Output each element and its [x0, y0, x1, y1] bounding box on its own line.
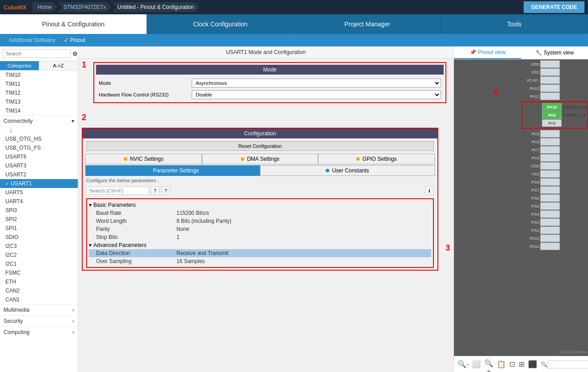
pin-pa12: PA12	[521, 92, 588, 100]
list-item-usb-otg-hs[interactable]: USB_OTG_HS	[0, 134, 78, 143]
chevron-right-icon-computing: ›	[72, 329, 74, 335]
tab-dma-settings[interactable]: DMA Settings	[202, 154, 319, 164]
list-item-i2c1[interactable]: I2C1	[0, 259, 78, 268]
advanced-params-label: Advanced Parameters	[93, 242, 147, 248]
reset-configuration-button[interactable]: Reset Configuration	[86, 141, 434, 151]
pin-pg5: PG5	[521, 202, 588, 210]
tab-project-manager[interactable]: Project Manager	[294, 14, 441, 34]
param-search-row: ? ? ℹ	[83, 185, 437, 196]
sidebar-tab-categories[interactable]: Categories	[0, 61, 39, 70]
list-item-tim14[interactable]: TIM14	[0, 106, 78, 115]
list-item-uart5[interactable]: UART5	[0, 188, 78, 197]
breadcrumb: Home STM32F407ZETx Untitled - Pinout & C…	[32, 2, 200, 12]
annotation-1: 1	[78, 59, 90, 71]
list-item-usart2[interactable]: USART2	[0, 170, 78, 179]
zoom-in-button[interactable]: 🔍+	[484, 359, 493, 370]
pin-pg7: PG7	[521, 186, 588, 194]
param-search-input[interactable]	[86, 187, 149, 195]
tab-clock-configuration[interactable]: Clock Configuration	[147, 14, 294, 34]
list-item-can1[interactable]: CAN1	[0, 295, 78, 304]
main-nav: Pinout & Configuration Clock Configurati…	[0, 14, 588, 34]
list-item-usb-otg-fs[interactable]: USB_OTG_FS	[0, 143, 78, 152]
toolbar-search-input[interactable]	[547, 360, 588, 368]
pin-pc9: PC9	[521, 130, 588, 138]
list-item-tim11[interactable]: TIM11	[0, 79, 78, 88]
breadcrumb-device[interactable]: STM32F407ZETx	[58, 2, 111, 12]
panel-title: USART1 Mode and Configuration	[78, 46, 454, 59]
pin-vss-2: VSS	[521, 170, 588, 178]
sidebar-section-multimedia[interactable]: Multimedia ›	[0, 304, 78, 315]
advanced-params-header[interactable]: ▾ Advanced Parameters	[89, 241, 431, 249]
pin-vdd-1: VDD	[521, 60, 588, 68]
pin-pg3: PG3	[521, 218, 588, 226]
tab-system-view[interactable]: 🔧 System view	[521, 46, 588, 59]
param-parity: Parity None	[89, 225, 431, 233]
copy-button[interactable]: 📋	[497, 359, 506, 370]
sub-nav: Additional Software ✓ Pinout	[0, 34, 588, 46]
list-item-usart6[interactable]: USART6	[0, 152, 78, 161]
sub-nav-pinout[interactable]: ✓ Pinout	[64, 37, 85, 43]
chevron-right-icon: ›	[72, 307, 74, 313]
list-item-spi1[interactable]: SPI1	[0, 224, 78, 233]
tab-pinout-view[interactable]: 📌 Pinout view	[454, 46, 521, 59]
list-item-usart3[interactable]: USART3	[0, 161, 78, 170]
frame-button[interactable]: ⬜	[472, 359, 481, 370]
list-item-tim12[interactable]: TIM12	[0, 88, 78, 97]
collapse-icon-basic: ▾	[89, 202, 92, 208]
mode-section: Mode Mode Asynchronous Hardware Flow Con…	[93, 62, 446, 103]
export-button[interactable]: ⬛	[528, 359, 537, 370]
list-item-i2c3[interactable]: I2C3	[0, 242, 78, 251]
list-item-spi3[interactable]: SPI3	[0, 206, 78, 215]
pin-pg8: PG8	[521, 178, 588, 186]
help-icon-btn[interactable]: ℹ	[425, 186, 434, 195]
top-bar: CubeMX Home STM32F407ZETx Untitled - Pin…	[0, 0, 588, 14]
list-item-tim10[interactable]: TIM10	[0, 71, 78, 79]
list-item-usart1[interactable]: ✓ USART1	[0, 179, 78, 188]
chevron-right-icon-security: ›	[72, 318, 74, 324]
annotation-3: 3	[442, 242, 454, 255]
tab-user-constants[interactable]: User Constants	[260, 165, 435, 176]
param-over-sampling: Over Sampling 16 Samples	[89, 257, 431, 265]
mode-select[interactable]: Asynchronous	[192, 79, 441, 88]
sidebar-tabs: Categories A->Z	[0, 61, 78, 71]
connectivity-label: Connectivity	[4, 118, 33, 124]
sub-nav-additional-software[interactable]: Additional Software	[9, 37, 55, 43]
fit-button[interactable]: ⊡	[509, 359, 515, 370]
list-item-uart4[interactable]: UART4	[0, 197, 78, 206]
list-item-can2[interactable]: CAN2	[0, 286, 78, 295]
tab-gpio-settings[interactable]: GPIO Settings	[318, 154, 435, 164]
pin-pg6: PG6	[521, 194, 588, 202]
sidebar-section-security[interactable]: Security ›	[0, 315, 78, 326]
tab-tools[interactable]: Tools	[441, 14, 588, 34]
param-data-direction[interactable]: Data Direction Receive and Transmit	[89, 249, 431, 257]
info-icon-btn2[interactable]: ?	[161, 186, 170, 195]
sidebar-tab-atoz[interactable]: A->Z	[39, 61, 78, 70]
sidebar-section-connectivity[interactable]: Connectivity ▾	[0, 115, 78, 126]
info-icon-btn1[interactable]: ?	[151, 186, 160, 195]
basic-params-header[interactable]: ▾ Basic Parameters	[89, 201, 431, 209]
list-item-spi2[interactable]: SPI2	[0, 215, 78, 224]
grid-button[interactable]: ⊞	[519, 359, 525, 370]
gear-icon[interactable]: ⚙	[72, 50, 78, 57]
tab-pinout-configuration[interactable]: Pinout & Configuration	[0, 14, 147, 34]
pin-pa13: PA13	[521, 84, 588, 92]
check-icon: ✓	[5, 181, 9, 186]
list-item-eth[interactable]: ETH	[0, 277, 78, 286]
list-item-sdio[interactable]: SDIO	[0, 233, 78, 242]
config-tab-row-1: NVIC Settings DMA Settings GPIO Settings	[85, 154, 435, 164]
sidebar-search-input[interactable]	[3, 49, 71, 58]
zoom-out-button[interactable]: 🔍-	[458, 359, 468, 370]
tab-parameter-settings[interactable]: Parameter Settings	[85, 165, 260, 176]
annotation-2: 2	[78, 111, 90, 124]
list-item-fsmc[interactable]: FSMC	[0, 268, 78, 277]
list-item-tim13[interactable]: TIM13	[0, 97, 78, 106]
breadcrumb-project[interactable]: Untitled - Pinout & Configuration	[112, 2, 199, 12]
sidebar-section-computing[interactable]: Computing ›	[0, 326, 78, 338]
flow-control-select[interactable]: Disable	[192, 90, 441, 99]
breadcrumb-home[interactable]: Home	[32, 2, 57, 12]
tab-nvic-settings[interactable]: NVIC Settings	[85, 154, 202, 164]
list-item-i2c2[interactable]: I2C2	[0, 251, 78, 259]
mode-row: Mode Asynchronous	[96, 77, 444, 89]
generate-code-button[interactable]: GENERATE CODE	[524, 1, 584, 13]
configure-label: Configure the below parameters :	[83, 176, 437, 185]
